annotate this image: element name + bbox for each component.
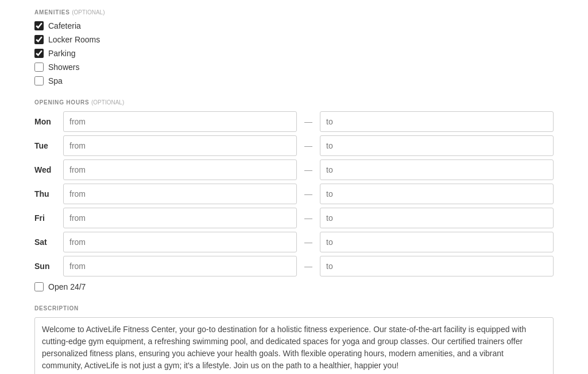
amenity-label-spa: Spa <box>48 76 63 85</box>
amenity-checkbox-cafeteria[interactable] <box>34 21 44 30</box>
amenity-item-locker-rooms: Locker Rooms <box>34 35 554 44</box>
to-input-wed[interactable] <box>320 159 554 180</box>
from-input-fri[interactable] <box>63 208 297 228</box>
day-label-sun: Sun <box>34 262 57 271</box>
amenity-label-showers: Showers <box>48 63 79 72</box>
to-input-sun[interactable] <box>320 256 554 276</box>
dash-fri: — <box>303 213 314 223</box>
hours-row-sat: Sat— <box>34 232 554 252</box>
amenity-label-cafeteria: Cafeteria <box>48 21 81 30</box>
open247-label: Open 24/7 <box>48 282 86 291</box>
amenities-label: AMENITIES (OPTIONAL) <box>34 9 554 15</box>
amenity-item-showers: Showers <box>34 63 554 72</box>
amenity-checkbox-spa[interactable] <box>34 76 44 85</box>
opening-hours-section: OPENING HOURS (OPTIONAL) Mon—Tue—Wed—Thu… <box>34 99 554 291</box>
dash-mon: — <box>303 117 314 126</box>
to-input-sat[interactable] <box>320 232 554 252</box>
dash-thu: — <box>303 189 314 198</box>
day-label-thu: Thu <box>34 189 57 198</box>
open247-row: Open 24/7 <box>34 282 554 291</box>
day-label-wed: Wed <box>34 165 57 174</box>
amenity-label-locker-rooms: Locker Rooms <box>48 35 100 44</box>
day-label-fri: Fri <box>34 213 57 223</box>
description-section: DESCRIPTION <box>34 305 554 374</box>
description-label: DESCRIPTION <box>34 305 554 311</box>
dash-sun: — <box>303 262 314 271</box>
from-input-sat[interactable] <box>63 232 297 252</box>
description-textarea[interactable] <box>34 317 554 374</box>
to-input-fri[interactable] <box>320 208 554 228</box>
hours-row-thu: Thu— <box>34 184 554 204</box>
open247-checkbox[interactable] <box>34 282 44 291</box>
day-label-tue: Tue <box>34 141 57 150</box>
to-input-thu[interactable] <box>320 184 554 204</box>
hours-row-tue: Tue— <box>34 135 554 156</box>
amenity-item-cafeteria: Cafeteria <box>34 21 554 30</box>
amenity-checkbox-parking[interactable] <box>34 49 44 58</box>
from-input-tue[interactable] <box>63 135 297 156</box>
to-input-tue[interactable] <box>320 135 554 156</box>
from-input-sun[interactable] <box>63 256 297 276</box>
dash-tue: — <box>303 141 314 150</box>
to-input-mon[interactable] <box>320 111 554 132</box>
hours-row-sun: Sun— <box>34 256 554 276</box>
amenity-item-parking: Parking <box>34 49 554 58</box>
day-label-sat: Sat <box>34 237 57 247</box>
amenity-checkbox-showers[interactable] <box>34 63 44 72</box>
hours-row-wed: Wed— <box>34 159 554 180</box>
amenities-section: AMENITIES (OPTIONAL) CafeteriaLocker Roo… <box>34 9 554 85</box>
dash-wed: — <box>303 165 314 174</box>
hours-row-mon: Mon— <box>34 111 554 132</box>
amenity-checkbox-locker-rooms[interactable] <box>34 35 44 44</box>
amenity-label-parking: Parking <box>48 49 75 58</box>
opening-hours-label: OPENING HOURS (OPTIONAL) <box>34 99 554 106</box>
from-input-thu[interactable] <box>63 184 297 204</box>
amenity-item-spa: Spa <box>34 76 554 85</box>
hours-row-fri: Fri— <box>34 208 554 228</box>
day-label-mon: Mon <box>34 117 57 126</box>
dash-sat: — <box>303 237 314 247</box>
from-input-wed[interactable] <box>63 159 297 180</box>
from-input-mon[interactable] <box>63 111 297 132</box>
